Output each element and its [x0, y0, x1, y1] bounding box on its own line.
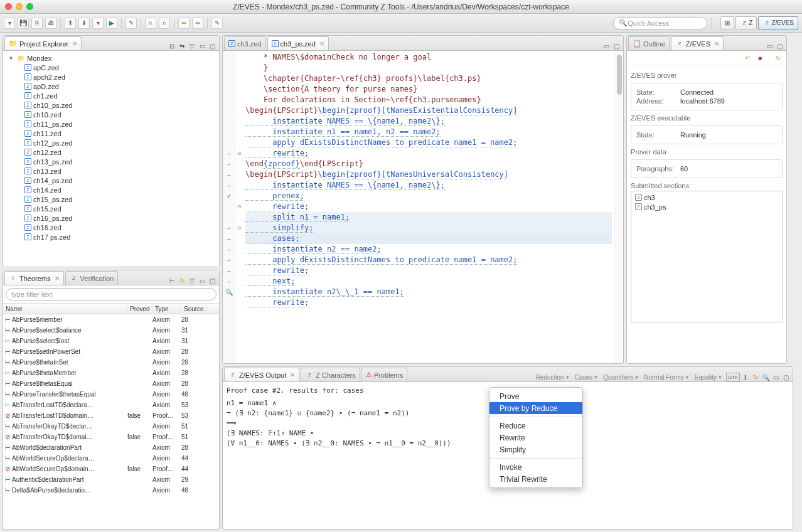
tree-file[interactable]: Zch14_ps.zed [6, 176, 217, 185]
tree-file[interactable]: Zch12_ps.zed [6, 138, 217, 147]
save-button[interactable]: 💾 [18, 18, 29, 29]
theorem-row[interactable]: ⊢AbPurse$thetasEqualAxiom28 [3, 378, 219, 389]
refresh-icon[interactable]: ↻ [774, 53, 783, 62]
open-perspective-button[interactable]: ⊞ [720, 16, 734, 30]
theorems-tab[interactable]: T Theorems ✕ [4, 271, 64, 285]
theorem-row[interactable]: ⊢AbPurseTransfer$thetasEqualAxiom48 [3, 389, 219, 400]
tree-file[interactable]: Zch17 ps.zed [6, 232, 217, 242]
col-name[interactable]: Name [3, 306, 127, 312]
toolbar-button[interactable]: ✎ [211, 18, 223, 29]
toolbar-button[interactable]: ▾ [4, 18, 15, 29]
tree-file[interactable]: ZapC.zed [6, 63, 217, 72]
perspective-z[interactable]: Z Z [735, 16, 757, 30]
section-item[interactable]: Zch3 [633, 193, 781, 202]
theorem-row[interactable]: ⊢AbPurse$thetaMemberAxiom28 [3, 368, 219, 378]
theorem-filter-input[interactable]: type filter text [6, 288, 217, 301]
close-icon[interactable]: ✕ [72, 40, 77, 47]
minimize-icon[interactable]: ▭ [771, 373, 780, 381]
close-icon[interactable]: ✕ [290, 371, 295, 378]
down-arrow-icon[interactable]: ⬇ [78, 18, 90, 29]
tree-file[interactable]: Zch11_ps.zed [6, 119, 217, 129]
theorem-row[interactable]: ⊢Authentic$declarationPartAxiom29 [3, 474, 219, 485]
col-type[interactable]: Type [152, 306, 181, 312]
zeves-tab[interactable]: Z Z/EVES ✕ [671, 36, 724, 50]
col-source[interactable]: Source [181, 306, 206, 312]
tree-file[interactable]: Zch14.zed [6, 185, 217, 194]
view-menu-icon[interactable]: ▽ [188, 41, 196, 50]
back-button[interactable]: ⬅ [178, 18, 190, 29]
theorem-row[interactable]: ⊢AbTransferLostTD$declara…Axiom53 [3, 400, 219, 410]
sections-list[interactable]: Zch3Zch3_ps [631, 191, 783, 322]
z-characters-tab[interactable]: Z Z Characters [301, 368, 360, 381]
toolbar-button[interactable]: ✎ [126, 18, 137, 29]
tree-file[interactable]: Zch13.zed [6, 166, 217, 176]
maximize-icon[interactable]: ▢ [781, 373, 790, 381]
close-icon[interactable]: ✕ [714, 40, 719, 47]
zeves-output-tab[interactable]: Z Z/EVES Output ✕ [224, 368, 299, 381]
problems-tab[interactable]: ⚠ Problems [361, 368, 407, 381]
maximize-icon[interactable]: ▢ [208, 41, 217, 50]
maximize-icon[interactable]: ▢ [612, 41, 621, 50]
tree-file[interactable]: Zch10.zed [6, 110, 217, 119]
theorem-row[interactable]: ⊘AbTransferLostTD$domain…falseProof…53 [3, 410, 219, 421]
reduction-menu-normal forms[interactable]: Normal Forms ▼ [644, 374, 689, 381]
code-editor[interactable]: →→→→✓→→→→→→🔍 ⊖⊖⊖ * NAMES\$domainCheck no… [223, 51, 623, 363]
project-explorer-tab[interactable]: 📁 Project Explorer ✕ [4, 36, 82, 50]
perspective-zeves[interactable]: Z Z/EVES [758, 16, 798, 30]
minimize-icon[interactable]: ▭ [602, 41, 611, 50]
tree-file[interactable]: Zch1.zed [6, 91, 217, 100]
section-item[interactable]: Zch3_ps [633, 202, 781, 211]
toolbar-button[interactable]: ⎌ [159, 18, 170, 29]
maximize-icon[interactable]: ▢ [775, 41, 784, 50]
theorem-row[interactable]: ⊢AbTransferOkayTD$declar…Axiom51 [3, 421, 219, 432]
undo-icon[interactable]: ↶ [743, 53, 752, 62]
reduction-menu-reduction[interactable]: Reduction ▼ [536, 374, 570, 381]
editor-tab-ch3[interactable]: Z ch3.zed [224, 36, 266, 50]
tree-file[interactable]: Zapch2.zed [6, 72, 217, 82]
context-menu-item[interactable]: Prove [489, 390, 582, 402]
reduction-menu-cases[interactable]: Cases ▼ [575, 374, 598, 381]
theorem-row[interactable]: ⊢AbWorld$declarationPartAxiom28 [3, 442, 219, 453]
theorem-row[interactable]: ⊢AbPurse$select$lostAxiom31 [3, 336, 219, 346]
theorem-row[interactable]: ⊢AbPurse$memberAxiom28 [3, 314, 219, 325]
context-menu-item[interactable]: Trivial Rewrite [489, 473, 582, 485]
collapse-all-icon[interactable]: ⊟ [168, 41, 176, 50]
theorem-row[interactable]: ⊢AbPurse$select$balanceAxiom31 [3, 325, 219, 336]
toolbar-button[interactable]: ⎌ [145, 18, 156, 29]
minimize-icon[interactable]: ▭ [198, 276, 206, 285]
reduction-menu-quantifiers[interactable]: Quantifiers ▼ [603, 374, 639, 381]
stop-icon[interactable]: ■ [756, 53, 764, 62]
search-icon[interactable]: 🔍 [761, 373, 770, 381]
tree-file[interactable]: Zch16_ps.zed [6, 213, 217, 223]
context-menu-item[interactable]: Invoke [489, 461, 582, 473]
proof-icon[interactable]: ⊢ [168, 276, 176, 285]
maximize-icon[interactable]: ▢ [208, 276, 217, 285]
minimize-icon[interactable]: ▭ [765, 41, 774, 50]
context-menu-item[interactable]: Reduce [489, 420, 582, 432]
tree-file[interactable]: Zch15.zed [6, 204, 217, 213]
toolbar-button[interactable]: ⎘ [31, 18, 43, 29]
run-button[interactable]: ▶ [106, 18, 117, 29]
theorem-row[interactable]: ⊢AbPurse$setInPowerSetAxiom28 [3, 346, 219, 357]
close-icon[interactable]: ✕ [55, 275, 60, 282]
theorem-row[interactable]: ⊘AbTransferOkayTD$domai…falseProof…51 [3, 432, 219, 442]
toolbar-button[interactable]: 🖶 [45, 18, 56, 29]
toolbar-button[interactable]: ▾ [92, 18, 104, 29]
editor-tab-ch3ps[interactable]: Z ch3_ps.zed ✕ [267, 36, 329, 50]
tree-file[interactable]: Zch15_ps.zed [6, 194, 217, 204]
up-arrow-icon[interactable]: ⬆ [65, 18, 76, 29]
verification-tab[interactable]: Z Verification [65, 271, 119, 285]
minimize-icon[interactable]: ▭ [198, 41, 206, 50]
theorem-row[interactable]: ⊢AbWorldSecureOp$declara…Axiom44 [3, 453, 219, 464]
theorem-row[interactable]: ⊢Delta$AbPurse$declaratio…Axiom48 [3, 485, 219, 496]
tree-file[interactable]: Zch12.zed [6, 147, 217, 157]
tree-file[interactable]: ZapD.zed [6, 82, 217, 91]
col-proved[interactable]: Proved [127, 306, 152, 312]
context-menu-item[interactable]: Simplify [489, 444, 582, 455]
info-icon[interactable]: ℹ [741, 373, 750, 381]
context-menu-item[interactable]: Rewrite [489, 432, 582, 444]
tree-file[interactable]: Zch13_ps.zed [6, 157, 217, 166]
forward-button[interactable]: ➡ [192, 18, 203, 29]
quick-access-input[interactable]: 🔍 Quick Access [613, 17, 707, 29]
theorem-row[interactable]: ⊢AbPurse$thetaInSetAxiom28 [3, 357, 219, 368]
